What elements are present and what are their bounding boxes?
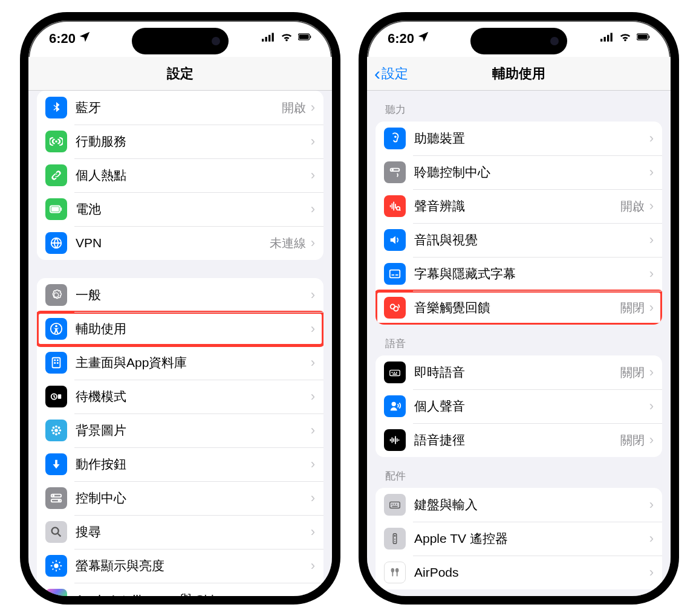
- chevron-right-icon: ›: [311, 321, 315, 337]
- svg-rect-2: [268, 35, 270, 42]
- nav-title: 輔助使用: [492, 65, 545, 83]
- settings-row[interactable]: 主畫面與App資料庫›: [37, 346, 323, 380]
- chevron-right-icon: ›: [311, 235, 315, 251]
- settings-row[interactable]: 個人熱點›: [37, 158, 323, 192]
- settings-row[interactable]: 電池›: [37, 192, 323, 226]
- row-value: 關閉: [620, 365, 645, 381]
- svg-rect-58: [390, 502, 400, 508]
- chevron-right-icon: ›: [649, 300, 654, 316]
- row-label: 背景圖片: [76, 422, 311, 439]
- settings-row[interactable]: 音樂觸覺回饋關閉›: [376, 291, 662, 325]
- phone-left: 6:20 設定 藍牙開啟›行動服務›個人熱點›電池›VPN未連線›一般›輔助使用…: [20, 12, 340, 605]
- home-icon: [45, 352, 67, 374]
- svg-rect-47: [390, 270, 400, 278]
- settings-row[interactable]: 一般›: [37, 278, 323, 312]
- chevron-right-icon: ›: [649, 232, 654, 248]
- row-label: 一般: [76, 287, 311, 303]
- sound-rec-icon: [384, 195, 406, 217]
- settings-row[interactable]: 控制中心›: [37, 481, 323, 515]
- chevron-right-icon: ›: [311, 201, 315, 217]
- svg-rect-3: [272, 33, 274, 41]
- settings-row[interactable]: 藍牙開啟›: [37, 91, 323, 125]
- svg-point-59: [392, 504, 393, 505]
- svg-rect-6: [310, 36, 311, 38]
- svg-rect-48: [392, 274, 395, 276]
- chevron-right-icon: ›: [311, 134, 315, 149]
- settings-row[interactable]: 語音捷徑關閉›: [376, 423, 662, 457]
- settings-row[interactable]: 背景圖片›: [37, 413, 323, 447]
- svg-rect-36: [600, 39, 602, 41]
- settings-row[interactable]: Apple Intelligence 與 Siri›: [37, 583, 323, 596]
- settings-row[interactable]: 字幕與隱藏式字幕›: [376, 257, 662, 291]
- chevron-right-icon: ›: [649, 164, 654, 180]
- settings-row[interactable]: 個人聲音›: [376, 389, 662, 423]
- settings-row[interactable]: Apple TV 遙控器›: [376, 522, 662, 556]
- back-button[interactable]: ‹ 設定: [374, 65, 408, 83]
- svg-point-69: [395, 568, 399, 572]
- chevron-right-icon: ›: [311, 456, 315, 472]
- svg-rect-70: [397, 572, 398, 576]
- chevron-right-icon: ›: [311, 524, 315, 540]
- settings-row[interactable]: 行動服務›: [37, 125, 323, 158]
- svg-rect-38: [607, 35, 609, 42]
- settings-row[interactable]: 聆聽控制中心›: [376, 155, 662, 189]
- chevron-right-icon: ›: [649, 365, 654, 380]
- brightness-icon: [45, 555, 67, 577]
- row-label: 螢幕顯示與亮度: [76, 557, 311, 574]
- svg-point-22: [55, 433, 57, 436]
- settings-row[interactable]: 搜尋›: [37, 515, 323, 549]
- nav-title: 設定: [167, 65, 193, 83]
- switches-icon: [45, 487, 67, 509]
- settings-row[interactable]: 即時語音關閉›: [376, 355, 662, 389]
- svg-rect-56: [392, 374, 397, 375]
- settings-row[interactable]: 待機模式›: [37, 380, 323, 413]
- svg-point-20: [54, 429, 58, 432]
- accessibility-list[interactable]: 聽力助聽裝置›聆聽控制中心›聲音辨識開啟›音訊與視覺›字幕與隱藏式字幕›音樂觸覺…: [367, 91, 671, 596]
- svg-point-32: [58, 499, 60, 502]
- av-icon: [384, 229, 406, 251]
- listen-icon: [384, 161, 406, 183]
- nav-bar: ‹ 設定 輔助使用: [367, 57, 671, 91]
- settings-row[interactable]: 輔助使用›: [37, 312, 323, 346]
- gear-icon: [45, 284, 67, 306]
- svg-rect-62: [392, 506, 397, 507]
- chevron-right-icon: ›: [649, 266, 654, 282]
- row-value: 關閉: [620, 432, 645, 449]
- svg-rect-13: [53, 358, 60, 368]
- svg-point-27: [53, 432, 55, 435]
- row-label: VPN: [76, 236, 270, 250]
- ear-icon: [384, 128, 406, 149]
- settings-row[interactable]: 聲音辨識開啟›: [376, 189, 662, 223]
- keyboard2-icon: [384, 494, 406, 516]
- chevron-right-icon: ›: [311, 592, 315, 596]
- row-value: 關閉: [620, 300, 645, 316]
- chevron-right-icon: ›: [311, 100, 315, 115]
- svg-rect-5: [299, 34, 308, 39]
- settings-row[interactable]: 螢幕顯示與亮度›: [37, 549, 323, 583]
- settings-row[interactable]: 助聽裝置›: [376, 122, 662, 155]
- svg-point-25: [53, 427, 55, 429]
- row-value: 開啟: [282, 100, 306, 116]
- chevron-right-icon: ›: [311, 355, 315, 371]
- settings-row[interactable]: 動作按鈕›: [37, 447, 323, 481]
- chevron-right-icon: ›: [649, 432, 654, 448]
- standby-icon: [45, 386, 67, 407]
- row-label: 鍵盤與輸入: [414, 496, 649, 513]
- svg-rect-15: [57, 360, 59, 361]
- settings-list[interactable]: 藍牙開啟›行動服務›個人熱點›電池›VPN未連線›一般›輔助使用›主畫面與App…: [28, 91, 332, 596]
- nav-bar: 設定: [28, 57, 332, 91]
- settings-row[interactable]: AirPods›: [376, 556, 662, 589]
- settings-group: 即時語音關閉›個人聲音›語音捷徑關閉›: [376, 355, 662, 457]
- settings-row[interactable]: 鍵盤與輸入›: [376, 488, 662, 522]
- svg-point-24: [59, 429, 62, 432]
- svg-point-26: [58, 427, 60, 429]
- chevron-right-icon: ›: [311, 167, 315, 183]
- svg-point-66: [394, 541, 395, 542]
- settings-row[interactable]: 音訊與視覺›: [376, 223, 662, 257]
- row-label: 個人聲音: [414, 398, 649, 415]
- section-header: 配件: [376, 457, 662, 488]
- action-icon: [45, 453, 67, 475]
- location-icon: [78, 30, 91, 47]
- row-label: AirPods: [414, 565, 649, 580]
- settings-row[interactable]: VPN未連線›: [37, 226, 323, 260]
